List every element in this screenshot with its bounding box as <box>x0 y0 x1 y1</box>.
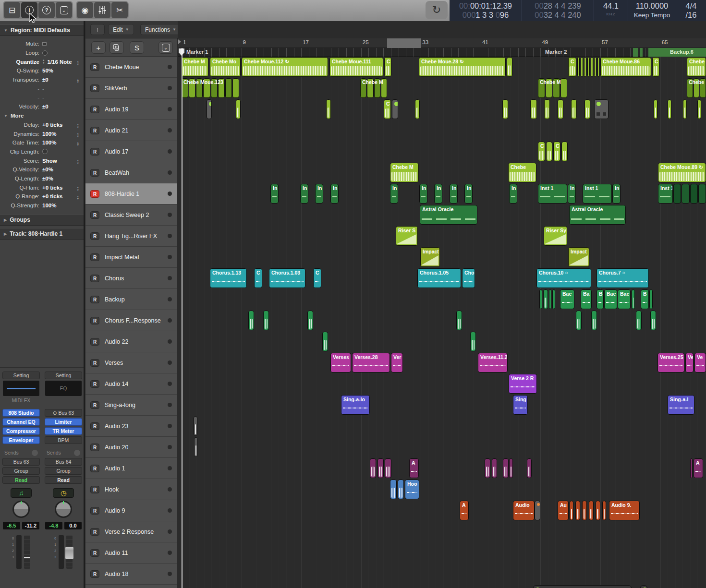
region-chebe-m[interactable]: Chebe M <box>390 163 419 182</box>
region-c[interactable]: C <box>652 57 659 77</box>
stepper-icon[interactable]: ▲▼ <box>77 195 79 201</box>
inspector-param-row[interactable]: Score:Show▲▼ <box>0 156 84 165</box>
inspector-param-row[interactable]: Loop: <box>0 48 84 58</box>
region[interactable] <box>589 501 594 520</box>
track-onoff-dot[interactable] <box>168 276 172 280</box>
input-slot[interactable]: 808 Studio <box>2 409 40 417</box>
mixer-icon[interactable] <box>94 2 110 18</box>
track-row[interactable]: RSing-a-long <box>85 395 177 416</box>
region-chebe-moue-123[interactable]: Chebe Moue.123 <box>182 78 239 98</box>
inspector-param-row[interactable]: -- <box>0 93 84 102</box>
bar-ruler[interactable]: 1917253341495765 <box>178 38 706 48</box>
track-row[interactable]: RChebe Moue <box>85 57 177 78</box>
region[interactable] <box>575 501 580 520</box>
volume-fader[interactable] <box>24 535 30 569</box>
region-b[interactable]: B <box>641 289 649 309</box>
region[interactable] <box>456 311 462 330</box>
inspector-param-row[interactable]: Quantize▲▼1/16 Note▲▼ <box>0 57 84 66</box>
record-enable-button[interactable]: R <box>90 359 99 367</box>
group-slot[interactable]: Group <box>45 467 82 475</box>
region-inst-1[interactable]: Inst 1 <box>538 184 567 204</box>
region-inst-1[interactable]: Inst 1 <box>583 184 612 204</box>
region-cho[interactable]: Cho <box>462 268 475 288</box>
fader-line[interactable] <box>24 557 30 558</box>
record-enable-button[interactable]: R <box>90 401 99 409</box>
region[interactable] <box>576 311 582 330</box>
region[interactable] <box>591 57 593 77</box>
lcd-signature[interactable]: 4/4 /16 <box>676 0 706 21</box>
region-chebe-moue-112-[interactable]: Chebe Moue.112 ↻ <box>242 57 328 77</box>
region[interactable] <box>398 480 404 499</box>
mute-checkbox[interactable] <box>42 42 47 46</box>
region-chebe-moue-111[interactable]: Chebe Moue.111 <box>329 57 383 77</box>
plugin-slot-tr-meter[interactable]: TR Meter <box>45 427 82 435</box>
region[interactable] <box>649 289 653 309</box>
track-onoff-dot[interactable] <box>168 86 172 90</box>
region[interactable] <box>584 99 590 119</box>
plugin-slot-bpm[interactable]: BPM <box>45 436 82 444</box>
track-row[interactable]: RHook <box>85 479 177 500</box>
eq-thumbnail[interactable] <box>3 381 39 396</box>
param-value[interactable]: 50% <box>42 68 53 73</box>
pan-value[interactable]: -4.8 <box>45 522 62 529</box>
region-chorus-1-13[interactable]: Chorus.1.13 <box>210 268 247 288</box>
region[interactable] <box>370 458 376 478</box>
region[interactable] <box>632 289 635 309</box>
region[interactable] <box>194 416 197 436</box>
region-a[interactable]: A <box>409 458 419 478</box>
groups-header[interactable]: ▶ Groups <box>0 214 84 226</box>
marker-1[interactable]: Marker 1 <box>186 49 208 55</box>
region[interactable] <box>654 99 657 119</box>
param-value[interactable]: 100% <box>42 203 56 208</box>
record-enable-button[interactable]: R <box>90 444 99 451</box>
region[interactable] <box>502 99 508 119</box>
inspector-param-row[interactable]: Q-Length:±0% <box>0 174 84 183</box>
add-track-button[interactable]: + <box>91 41 106 54</box>
region[interactable] <box>690 458 693 478</box>
region-sing-a-lo[interactable]: Sing-a-lo <box>341 395 370 415</box>
ruler-bar-1[interactable]: 1 <box>183 39 186 45</box>
region-chebe-moue-86[interactable]: Chebe Moue.86 <box>600 57 651 77</box>
ruler-bar-49[interactable]: 49 <box>542 39 548 45</box>
region-chebe-m[interactable]: Chebe M <box>182 57 208 77</box>
track-row[interactable]: RAudio 11 <box>85 542 177 564</box>
inspector-param-row[interactable]: Gate Time:100%▲▼ <box>0 138 84 147</box>
region-riser-s[interactable]: Riser S <box>396 226 418 246</box>
region[interactable] <box>509 458 513 478</box>
param-value[interactable]: Show <box>42 158 57 164</box>
inspector-param-row[interactable]: Q-Range:+0 ticks▲▼ <box>0 192 84 201</box>
playhead[interactable] <box>182 48 183 588</box>
record-enable-button[interactable]: R <box>90 253 99 261</box>
region[interactable] <box>552 289 555 309</box>
region-in[interactable]: In <box>568 184 576 204</box>
record-enable-button[interactable]: R <box>90 338 99 346</box>
track-onoff-dot[interactable] <box>168 128 172 132</box>
pan-knob[interactable] <box>12 501 30 518</box>
record-enable-button[interactable]: R <box>90 190 99 198</box>
stepper-icon[interactable]: ▲▼ <box>77 60 79 66</box>
track-row[interactable]: RHang Tig...Riser FX <box>85 226 177 247</box>
region-chorus-1-05[interactable]: Chorus.1.05 <box>417 268 461 288</box>
record-enable-button[interactable]: R <box>90 275 99 282</box>
track-onoff-dot[interactable] <box>168 445 172 449</box>
region[interactable] <box>415 99 420 119</box>
region-in[interactable]: In <box>419 184 427 204</box>
track-onoff-dot[interactable] <box>168 572 172 576</box>
region-b[interactable]: B <box>596 289 604 309</box>
region-in[interactable]: In <box>300 184 308 204</box>
ruler-bar-57[interactable]: 57 <box>602 39 608 45</box>
region-chorus-7-[interactable]: Chorus.7 ○ <box>596 268 649 288</box>
region[interactable] <box>668 99 671 119</box>
region[interactable] <box>535 501 540 520</box>
track-inspector-header[interactable]: ▶ Track: 808-Hardie 1 <box>0 228 84 240</box>
input-slot[interactable]: ⊙ Bus 63 <box>45 409 82 417</box>
inspector-param-row[interactable]: Q-Strength:100% <box>0 201 84 210</box>
record-enable-button[interactable]: R <box>90 486 99 493</box>
inspector-param-row[interactable]: Q-Velocity:±0% <box>0 165 84 174</box>
region-chebe[interactable]: Chebe <box>687 57 706 77</box>
record-enable-button[interactable]: R <box>90 127 99 134</box>
region[interactable] <box>577 57 580 77</box>
region[interactable] <box>533 585 632 588</box>
lcd-tempo[interactable]: 110.0000 Keep Tempo <box>628 0 676 21</box>
stepper-icon[interactable]: ▲▼ <box>77 123 79 129</box>
